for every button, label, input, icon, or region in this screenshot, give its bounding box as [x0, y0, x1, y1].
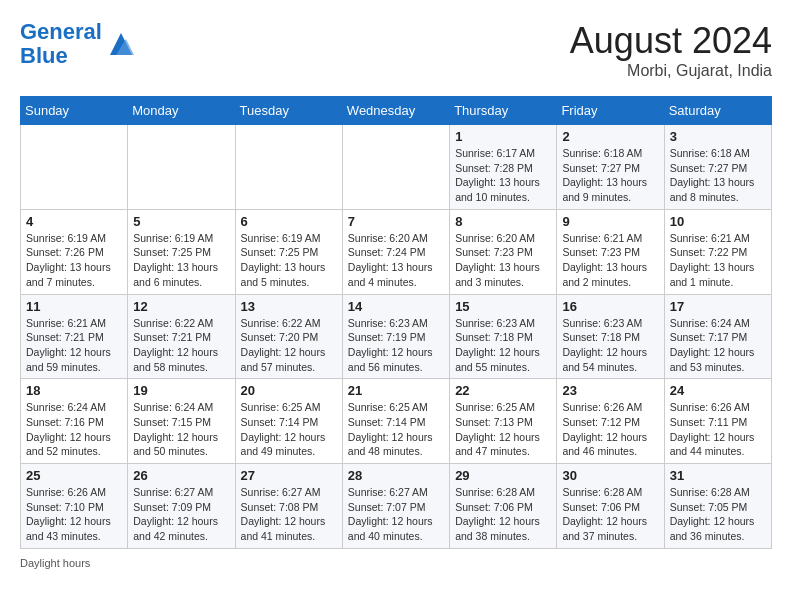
day-number: 4: [26, 214, 122, 229]
table-row: 14Sunrise: 6:23 AM Sunset: 7:19 PM Dayli…: [342, 294, 449, 379]
table-row: 24Sunrise: 6:26 AM Sunset: 7:11 PM Dayli…: [664, 379, 771, 464]
day-info: Sunrise: 6:24 AM Sunset: 7:17 PM Dayligh…: [670, 316, 766, 375]
day-info: Sunrise: 6:19 AM Sunset: 7:26 PM Dayligh…: [26, 231, 122, 290]
day-info: Sunrise: 6:18 AM Sunset: 7:27 PM Dayligh…: [670, 146, 766, 205]
day-number: 23: [562, 383, 658, 398]
calendar-week-3: 11Sunrise: 6:21 AM Sunset: 7:21 PM Dayli…: [21, 294, 772, 379]
day-info: Sunrise: 6:27 AM Sunset: 7:07 PM Dayligh…: [348, 485, 444, 544]
day-number: 24: [670, 383, 766, 398]
table-row: 28Sunrise: 6:27 AM Sunset: 7:07 PM Dayli…: [342, 464, 449, 549]
table-row: [128, 125, 235, 210]
day-info: Sunrise: 6:19 AM Sunset: 7:25 PM Dayligh…: [133, 231, 229, 290]
day-number: 21: [348, 383, 444, 398]
day-number: 22: [455, 383, 551, 398]
table-row: 4Sunrise: 6:19 AM Sunset: 7:26 PM Daylig…: [21, 209, 128, 294]
table-row: 15Sunrise: 6:23 AM Sunset: 7:18 PM Dayli…: [450, 294, 557, 379]
table-row: 7Sunrise: 6:20 AM Sunset: 7:24 PM Daylig…: [342, 209, 449, 294]
day-number: 25: [26, 468, 122, 483]
day-number: 9: [562, 214, 658, 229]
day-number: 11: [26, 299, 122, 314]
day-info: Sunrise: 6:26 AM Sunset: 7:12 PM Dayligh…: [562, 400, 658, 459]
logo-text: GeneralBlue: [20, 20, 102, 68]
day-number: 27: [241, 468, 337, 483]
day-info: Sunrise: 6:22 AM Sunset: 7:20 PM Dayligh…: [241, 316, 337, 375]
calendar-week-2: 4Sunrise: 6:19 AM Sunset: 7:26 PM Daylig…: [21, 209, 772, 294]
table-row: 13Sunrise: 6:22 AM Sunset: 7:20 PM Dayli…: [235, 294, 342, 379]
day-info: Sunrise: 6:24 AM Sunset: 7:15 PM Dayligh…: [133, 400, 229, 459]
page-header: GeneralBlue August 2024 Morbi, Gujarat, …: [20, 20, 772, 80]
title-block: August 2024 Morbi, Gujarat, India: [570, 20, 772, 80]
table-row: 27Sunrise: 6:27 AM Sunset: 7:08 PM Dayli…: [235, 464, 342, 549]
day-number: 14: [348, 299, 444, 314]
day-info: Sunrise: 6:23 AM Sunset: 7:19 PM Dayligh…: [348, 316, 444, 375]
table-row: 17Sunrise: 6:24 AM Sunset: 7:17 PM Dayli…: [664, 294, 771, 379]
table-row: 1Sunrise: 6:17 AM Sunset: 7:28 PM Daylig…: [450, 125, 557, 210]
table-row: 16Sunrise: 6:23 AM Sunset: 7:18 PM Dayli…: [557, 294, 664, 379]
day-number: 17: [670, 299, 766, 314]
day-info: Sunrise: 6:25 AM Sunset: 7:14 PM Dayligh…: [348, 400, 444, 459]
footer: Daylight hours: [20, 557, 772, 569]
table-row: 30Sunrise: 6:28 AM Sunset: 7:06 PM Dayli…: [557, 464, 664, 549]
logo: GeneralBlue: [20, 20, 136, 68]
day-number: 20: [241, 383, 337, 398]
day-number: 31: [670, 468, 766, 483]
day-info: Sunrise: 6:21 AM Sunset: 7:22 PM Dayligh…: [670, 231, 766, 290]
day-info: Sunrise: 6:25 AM Sunset: 7:14 PM Dayligh…: [241, 400, 337, 459]
day-info: Sunrise: 6:21 AM Sunset: 7:23 PM Dayligh…: [562, 231, 658, 290]
table-row: 9Sunrise: 6:21 AM Sunset: 7:23 PM Daylig…: [557, 209, 664, 294]
col-sunday: Sunday: [21, 97, 128, 125]
col-saturday: Saturday: [664, 97, 771, 125]
table-row: 19Sunrise: 6:24 AM Sunset: 7:15 PM Dayli…: [128, 379, 235, 464]
day-number: 6: [241, 214, 337, 229]
col-friday: Friday: [557, 97, 664, 125]
day-info: Sunrise: 6:22 AM Sunset: 7:21 PM Dayligh…: [133, 316, 229, 375]
col-thursday: Thursday: [450, 97, 557, 125]
day-number: 10: [670, 214, 766, 229]
day-info: Sunrise: 6:23 AM Sunset: 7:18 PM Dayligh…: [562, 316, 658, 375]
day-number: 7: [348, 214, 444, 229]
day-number: 18: [26, 383, 122, 398]
table-row: 23Sunrise: 6:26 AM Sunset: 7:12 PM Dayli…: [557, 379, 664, 464]
calendar-header-row: Sunday Monday Tuesday Wednesday Thursday…: [21, 97, 772, 125]
day-number: 2: [562, 129, 658, 144]
day-info: Sunrise: 6:17 AM Sunset: 7:28 PM Dayligh…: [455, 146, 551, 205]
calendar-week-1: 1Sunrise: 6:17 AM Sunset: 7:28 PM Daylig…: [21, 125, 772, 210]
table-row: 22Sunrise: 6:25 AM Sunset: 7:13 PM Dayli…: [450, 379, 557, 464]
table-row: 25Sunrise: 6:26 AM Sunset: 7:10 PM Dayli…: [21, 464, 128, 549]
day-info: Sunrise: 6:28 AM Sunset: 7:05 PM Dayligh…: [670, 485, 766, 544]
table-row: 6Sunrise: 6:19 AM Sunset: 7:25 PM Daylig…: [235, 209, 342, 294]
day-number: 16: [562, 299, 658, 314]
table-row: 31Sunrise: 6:28 AM Sunset: 7:05 PM Dayli…: [664, 464, 771, 549]
table-row: 29Sunrise: 6:28 AM Sunset: 7:06 PM Dayli…: [450, 464, 557, 549]
col-monday: Monday: [128, 97, 235, 125]
table-row: 2Sunrise: 6:18 AM Sunset: 7:27 PM Daylig…: [557, 125, 664, 210]
month-year: August 2024: [570, 20, 772, 62]
calendar-week-4: 18Sunrise: 6:24 AM Sunset: 7:16 PM Dayli…: [21, 379, 772, 464]
day-number: 3: [670, 129, 766, 144]
day-info: Sunrise: 6:28 AM Sunset: 7:06 PM Dayligh…: [562, 485, 658, 544]
day-number: 12: [133, 299, 229, 314]
col-wednesday: Wednesday: [342, 97, 449, 125]
day-info: Sunrise: 6:19 AM Sunset: 7:25 PM Dayligh…: [241, 231, 337, 290]
table-row: 5Sunrise: 6:19 AM Sunset: 7:25 PM Daylig…: [128, 209, 235, 294]
day-info: Sunrise: 6:26 AM Sunset: 7:11 PM Dayligh…: [670, 400, 766, 459]
day-number: 26: [133, 468, 229, 483]
calendar-table: Sunday Monday Tuesday Wednesday Thursday…: [20, 96, 772, 549]
day-number: 29: [455, 468, 551, 483]
day-number: 5: [133, 214, 229, 229]
day-number: 28: [348, 468, 444, 483]
col-tuesday: Tuesday: [235, 97, 342, 125]
day-info: Sunrise: 6:18 AM Sunset: 7:27 PM Dayligh…: [562, 146, 658, 205]
logo-icon: [106, 29, 136, 59]
calendar-week-5: 25Sunrise: 6:26 AM Sunset: 7:10 PM Dayli…: [21, 464, 772, 549]
day-info: Sunrise: 6:24 AM Sunset: 7:16 PM Dayligh…: [26, 400, 122, 459]
table-row: 3Sunrise: 6:18 AM Sunset: 7:27 PM Daylig…: [664, 125, 771, 210]
table-row: 21Sunrise: 6:25 AM Sunset: 7:14 PM Dayli…: [342, 379, 449, 464]
day-number: 30: [562, 468, 658, 483]
daylight-hours-label: Daylight hours: [20, 557, 90, 569]
day-info: Sunrise: 6:26 AM Sunset: 7:10 PM Dayligh…: [26, 485, 122, 544]
day-number: 15: [455, 299, 551, 314]
location: Morbi, Gujarat, India: [570, 62, 772, 80]
day-info: Sunrise: 6:25 AM Sunset: 7:13 PM Dayligh…: [455, 400, 551, 459]
day-number: 13: [241, 299, 337, 314]
